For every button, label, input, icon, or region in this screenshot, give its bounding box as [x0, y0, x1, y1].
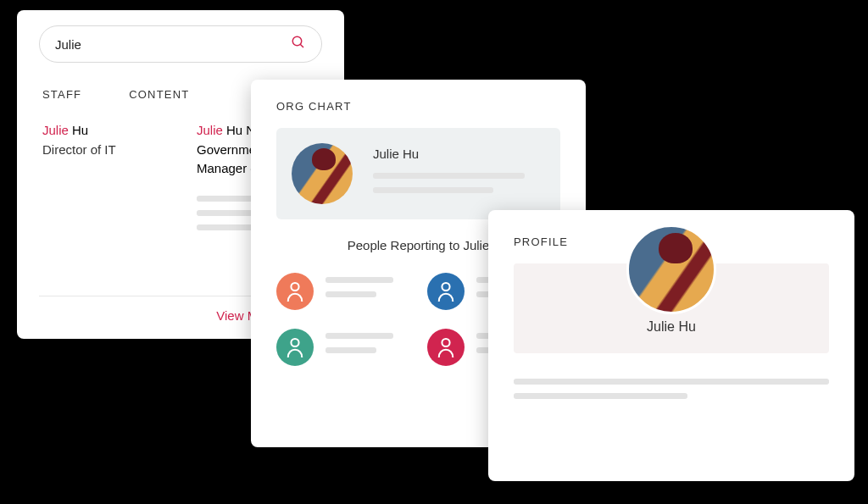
person-icon [276, 329, 314, 366]
staff-result-highlight: Julie [42, 123, 69, 137]
report-item[interactable] [276, 329, 410, 366]
svg-point-5 [442, 339, 449, 346]
svg-point-2 [291, 283, 298, 291]
svg-point-4 [291, 339, 298, 346]
placeholder [514, 379, 829, 399]
org-card[interactable]: Julie Hu [276, 128, 560, 219]
staff-result[interactable]: Julie Hu Director of IT [42, 121, 168, 239]
org-chart-title: ORG CHART [276, 100, 560, 113]
content-result-highlight: Julie [197, 123, 223, 137]
placeholder [326, 333, 410, 362]
person-icon [276, 273, 314, 310]
search-field[interactable] [39, 25, 322, 63]
person-icon [427, 329, 465, 366]
profile-panel: PROFILE Julie Hu [488, 210, 854, 481]
profile-banner: Julie Hu [514, 263, 829, 353]
avatar[interactable] [626, 224, 716, 314]
profile-name: Julie Hu [514, 319, 829, 335]
avatar [292, 143, 353, 204]
tab-staff[interactable]: STAFF [42, 88, 81, 101]
svg-point-3 [442, 283, 449, 291]
org-card-info: Julie Hu [373, 147, 545, 202]
report-item[interactable] [276, 273, 410, 310]
staff-result-name: Hu [69, 123, 88, 137]
search-input[interactable] [55, 37, 291, 52]
svg-line-1 [300, 44, 303, 47]
placeholder [326, 277, 410, 306]
svg-point-0 [292, 36, 302, 46]
search-icon[interactable] [291, 35, 306, 53]
person-icon [427, 273, 465, 310]
tab-content[interactable]: CONTENT [129, 88, 189, 101]
org-card-name: Julie Hu [373, 147, 545, 161]
staff-result-subtitle: Director of IT [42, 141, 168, 160]
